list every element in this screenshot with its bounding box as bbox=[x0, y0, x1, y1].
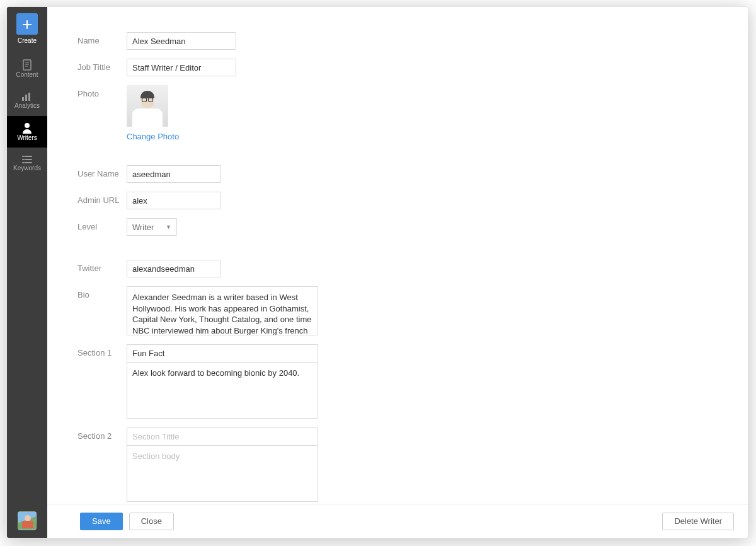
level-select[interactable]: Writer ▼ bbox=[127, 218, 177, 236]
section1-title-input[interactable] bbox=[127, 344, 318, 362]
sidebar-item-create[interactable]: Create bbox=[16, 13, 38, 44]
label-section2: Section 2 bbox=[77, 427, 127, 441]
list-icon bbox=[22, 155, 32, 164]
sidebar-item-content[interactable]: Content bbox=[7, 53, 47, 84]
form-area: Name Job Tittle Photo Change Photo User … bbox=[47, 7, 748, 504]
plus-icon bbox=[23, 20, 32, 29]
footer-bar: Save Close Delete Writer bbox=[47, 504, 748, 538]
user-name-input[interactable] bbox=[127, 165, 221, 183]
label-user-name: User Name bbox=[77, 165, 127, 178]
level-value: Writer bbox=[132, 223, 154, 232]
app-shell: Create Content Analytics Writers Keyword bbox=[6, 6, 748, 538]
svg-rect-2 bbox=[25, 95, 27, 101]
sidebar-label-create: Create bbox=[18, 38, 37, 44]
sidebar-item-keywords[interactable]: Keywords bbox=[7, 148, 47, 179]
bar-chart-icon bbox=[21, 91, 33, 102]
sidebar-label-keywords: Keywords bbox=[13, 165, 41, 171]
sidebar-item-analytics[interactable]: Analytics bbox=[7, 84, 47, 116]
label-photo: Photo bbox=[77, 85, 127, 98]
label-admin-url: Admin URL bbox=[77, 192, 127, 205]
delete-writer-button[interactable]: Delete Writer bbox=[662, 513, 734, 530]
label-level: Level bbox=[77, 218, 127, 231]
photo-thumbnail[interactable] bbox=[127, 85, 168, 127]
sidebar-label-content: Content bbox=[16, 72, 38, 78]
svg-rect-1 bbox=[22, 97, 24, 101]
user-avatar[interactable] bbox=[18, 511, 37, 530]
job-title-input[interactable] bbox=[127, 59, 236, 76]
svg-rect-3 bbox=[28, 93, 30, 101]
change-photo-link[interactable]: Change Photo bbox=[127, 132, 179, 141]
svg-rect-0 bbox=[23, 60, 31, 70]
name-input[interactable] bbox=[127, 32, 236, 50]
label-bio: Bio bbox=[77, 286, 127, 299]
admin-url-input[interactable] bbox=[127, 192, 221, 209]
sidebar-item-writers[interactable]: Writers bbox=[7, 116, 47, 148]
sidebar: Create Content Analytics Writers Keyword bbox=[7, 7, 47, 538]
twitter-input[interactable] bbox=[127, 260, 221, 277]
person-icon bbox=[22, 122, 32, 134]
close-button[interactable]: Close bbox=[129, 513, 174, 530]
label-job-title: Job Tittle bbox=[77, 59, 127, 72]
chevron-down-icon: ▼ bbox=[166, 224, 171, 230]
label-section1: Section 1 bbox=[77, 344, 127, 357]
section1-body-textarea[interactable] bbox=[127, 362, 318, 419]
section2-body-textarea[interactable] bbox=[127, 445, 318, 502]
sidebar-label-analytics: Analytics bbox=[14, 103, 40, 109]
save-button[interactable]: Save bbox=[80, 513, 123, 530]
sidebar-label-writers: Writers bbox=[17, 135, 37, 141]
main-panel: Name Job Tittle Photo Change Photo User … bbox=[47, 7, 748, 538]
bio-textarea[interactable] bbox=[127, 286, 318, 335]
label-twitter: Twitter bbox=[77, 260, 127, 273]
document-icon bbox=[22, 59, 32, 71]
label-name: Name bbox=[77, 32, 127, 45]
svg-point-4 bbox=[25, 123, 30, 128]
section2-title-input[interactable] bbox=[127, 427, 318, 445]
